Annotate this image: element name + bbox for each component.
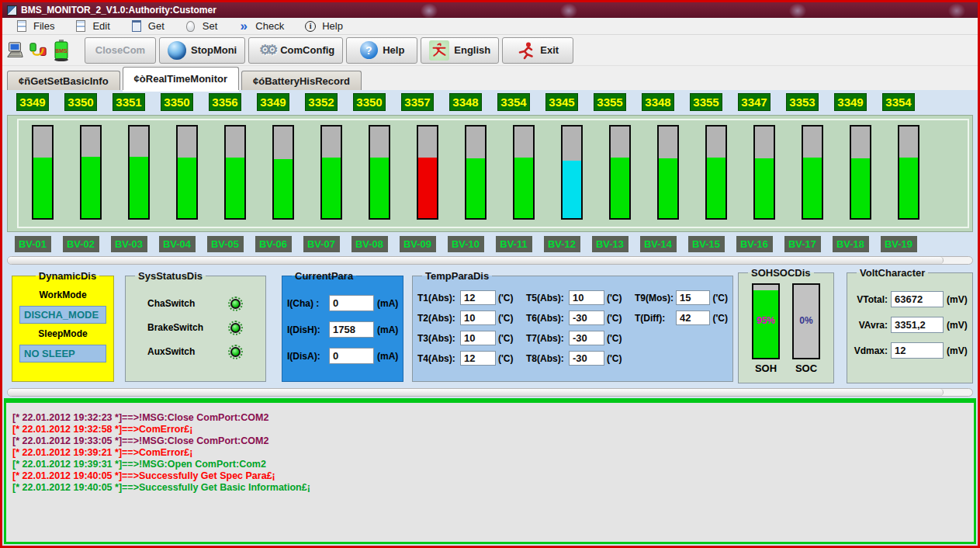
temp-value-field[interactable]: 15 [676, 290, 710, 305]
volt-unit: (mV) [947, 345, 968, 356]
log-line: [* 22.01.2012 19:39:31 *]==>!MSG:Open Co… [12, 459, 968, 470]
tab-getsetbasicinfo[interactable]: ¢ñGetSetBasicInfo [7, 71, 120, 90]
cell-voltage-badge: 3351 [113, 93, 145, 111]
menu-edit[interactable]: Edit [64, 18, 119, 34]
temp-row: T8(Abs): -30 ('C) [526, 351, 632, 366]
cell-voltage-badge: 3350 [161, 93, 193, 111]
log-line: [* 22.01.2012 19:33:05 *]==>!MSG:Close C… [12, 435, 968, 447]
cell-label: BV-01 [15, 236, 51, 252]
battery-bar-fill [81, 157, 100, 218]
cell-voltage-badge: 3356 [209, 93, 241, 111]
cell-label: BV-18 [833, 236, 869, 252]
sohsocdis-panel: SOHSOCDis 95% SOH 0% SOC [738, 267, 834, 383]
volt-label: Vdmax: [852, 345, 888, 356]
cell-voltage-badge: 3352 [305, 93, 338, 111]
green-led-indicator [230, 347, 241, 357]
exit-button[interactable]: Exit [502, 37, 573, 64]
menu-set[interactable]: Set [175, 18, 228, 34]
temp-value-field[interactable]: -30 [569, 351, 604, 366]
sleepmode-field[interactable]: NO SLEEP [19, 345, 106, 362]
battery-bar [128, 125, 150, 220]
tab-batteryhisrecord[interactable]: ¢óBatteryHisRecord [241, 71, 362, 90]
soh-column: 95% SOH [752, 283, 780, 374]
soh-bar: 95% [752, 283, 780, 359]
switch-label: AuxSwitch [147, 346, 195, 357]
current-value-field[interactable]: 1758 [329, 321, 374, 338]
cell-label: BV-13 [592, 236, 629, 252]
volt-value-field[interactable]: 12 [891, 342, 944, 359]
cell-voltage-badge: 3349 [257, 93, 289, 111]
scrollbar-thumb[interactable] [8, 257, 944, 264]
cell-voltage-badge: 3345 [545, 93, 578, 111]
battery-bar-fill [466, 158, 485, 218]
workmode-field[interactable]: DISCHA_MODE [19, 306, 106, 324]
temp-value-field[interactable]: -30 [569, 310, 604, 325]
battery-bar [850, 125, 871, 220]
horizontal-scrollbar[interactable] [7, 256, 973, 265]
current-value-field[interactable]: 0 [329, 348, 374, 364]
menu-edit-label: Edit [92, 20, 109, 32]
sysstatusdis-panel: SysStatusDis ChaSwitch BrakeSwitch AuxSw… [125, 270, 266, 382]
temp-value-field[interactable]: 12 [460, 290, 496, 305]
horizontal-scrollbar-2[interactable] [7, 388, 973, 397]
closecom-button[interactable]: CloseCom [85, 37, 156, 64]
english-button[interactable]: English [421, 37, 499, 64]
menu-files[interactable]: Files [5, 18, 64, 34]
temp-row: T5(Abs): 10 ('C) [526, 290, 632, 305]
comconfig-button[interactable]: ⚙⚙ ComConfig [248, 37, 343, 64]
dynamicdis-title: DynamicDis [36, 270, 99, 282]
double-chevron-icon: » [237, 20, 250, 33]
title-bar[interactable]: BMS_MONITOR_2_V1.0:Authority:Customer [2, 2, 978, 18]
tab-realtimemonitor[interactable]: ¢òRealTimeMonitor [123, 67, 239, 90]
cell-voltage-badge: 3355 [690, 93, 722, 111]
cell-voltage-badge: 3348 [642, 93, 674, 111]
volt-value-field[interactable]: 3351,2 [891, 317, 944, 333]
battery-bar [320, 125, 342, 220]
volt-unit: (mV) [947, 320, 968, 331]
volt-label: VAvra: [852, 320, 888, 331]
temp-value-field[interactable]: 10 [460, 310, 496, 325]
temp-value-field[interactable]: 42 [676, 310, 711, 325]
stopmoni-button[interactable]: StopMoni [159, 37, 245, 64]
help-button[interactable]: ? Help [346, 37, 417, 64]
temp-unit: ('C) [712, 293, 728, 303]
scrollbar-thumb-2[interactable] [8, 389, 944, 396]
current-label: I(DisH): [287, 324, 326, 335]
current-value-field[interactable]: 0 [329, 295, 374, 311]
tempparadis-panel: TempParaDis T1(Abs): 12 ('C) T2(Abs): 10… [412, 270, 733, 382]
sleepmode-label: SleepMode [17, 328, 109, 339]
current-row: I(Cha) : 0 (mA) [287, 295, 398, 311]
menu-help[interactable]: i Help [294, 18, 353, 34]
battery-bar [705, 125, 727, 220]
temp-value-field[interactable]: -30 [569, 331, 604, 345]
menu-check[interactable]: » Check [227, 18, 294, 34]
battery-bar-fill [755, 158, 774, 218]
battery-bar [80, 125, 102, 220]
log-line: [* 22.01.2012 19:40:05 *]==>Successfully… [12, 470, 968, 482]
battery-bar [465, 125, 487, 220]
language-icon [429, 40, 449, 61]
battery-bar-fill [611, 158, 629, 218]
temp-value-field[interactable]: 10 [460, 331, 496, 345]
menu-get[interactable]: Get [120, 18, 175, 34]
battery-bar [272, 125, 294, 220]
temp-value-field[interactable]: 10 [569, 290, 604, 305]
cell-label: BV-10 [448, 236, 484, 252]
temp-value-field[interactable]: 12 [460, 351, 496, 366]
temp-row: T6(Abs): -30 ('C) [526, 310, 632, 325]
battery-bar [609, 125, 631, 220]
tab-getsetbasicinfo-label: ¢ñGetSetBasicInfo [19, 75, 109, 87]
parameter-panels: DynamicDis WorkMode DISCHA_MODE SleepMod… [2, 267, 978, 385]
volt-value-field[interactable]: 63672 [891, 291, 944, 307]
message-log[interactable]: [* 22.01.2012 19:32:23 *]==>!MSG:Close C… [4, 398, 976, 544]
battery-bar [513, 125, 535, 220]
temp-unit: ('C) [498, 293, 514, 303]
temp-unit: ('C) [607, 353, 622, 364]
log-line: [* 22.01.2012 19:32:58 *]==>ComError£¡ [12, 424, 968, 435]
workmode-label: WorkMode [17, 290, 109, 300]
soc-percent: 0% [794, 315, 819, 326]
temp-row: T4(Abs): 12 ('C) [417, 351, 523, 366]
cell-label: BV-07 [303, 236, 340, 252]
volt-unit: (mV) [947, 294, 968, 305]
battery-bar [802, 125, 823, 220]
